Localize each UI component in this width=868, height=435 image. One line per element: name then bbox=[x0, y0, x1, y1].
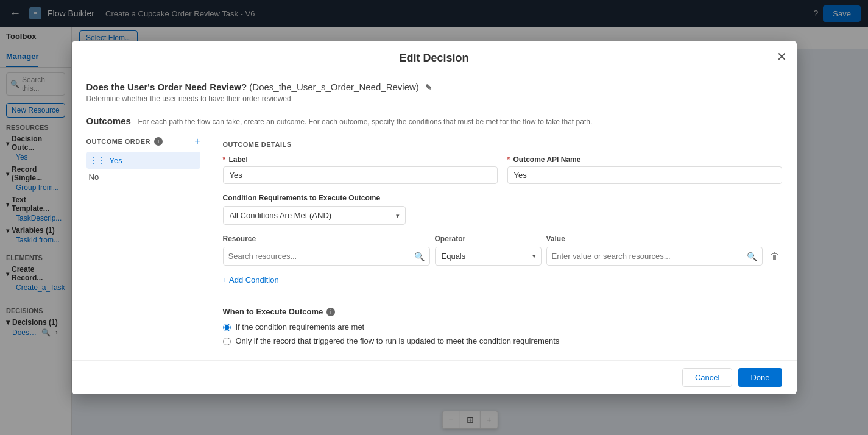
api-name-field-label: * Outcome API Name bbox=[507, 155, 782, 164]
done-button[interactable]: Done bbox=[738, 368, 782, 387]
value-input[interactable] bbox=[547, 247, 742, 265]
outcome-item-no[interactable]: No bbox=[86, 169, 200, 185]
value-search-button[interactable]: 🔍 bbox=[742, 248, 762, 265]
modal-overlay[interactable]: Edit Decision ✕ Does the User's Order Ne… bbox=[0, 0, 868, 435]
radio-updated-to-meet[interactable] bbox=[223, 338, 231, 345]
condition-req-select[interactable]: All Conditions Are Met (AND) Any Conditi… bbox=[223, 206, 406, 225]
condition-req-select-wrapper: All Conditions Are Met (AND) Any Conditi… bbox=[223, 206, 406, 225]
delete-condition-button[interactable]: 🗑 bbox=[767, 249, 782, 264]
label-field: * Label bbox=[223, 155, 498, 184]
radio-condition-met[interactable] bbox=[223, 324, 231, 331]
api-name-input[interactable] bbox=[507, 166, 782, 184]
when-execute-section: When to Execute Outcome i If the conditi… bbox=[223, 307, 782, 345]
outcome-order-label: OUTCOME ORDER bbox=[86, 138, 151, 145]
radio-option-2: Only if the record that triggered the fl… bbox=[223, 336, 782, 345]
modal-footer: Cancel Done bbox=[72, 360, 797, 394]
outcome-details-panel: OUTCOME DETAILS * Label * bbox=[208, 129, 782, 360]
outcome-yes-label: Yes bbox=[110, 156, 122, 165]
outcome-no-label: No bbox=[89, 172, 99, 182]
api-name-field: * Outcome API Name bbox=[507, 155, 782, 184]
condition-req-label: Condition Requirements to Execute Outcom… bbox=[223, 194, 782, 202]
modal-close-button[interactable]: ✕ bbox=[777, 49, 787, 64]
condition-header-row: Resource Operator Value bbox=[223, 235, 782, 243]
edit-name-icon[interactable]: ✎ bbox=[425, 83, 432, 92]
outcome-order-header: OUTCOME ORDER i + bbox=[86, 129, 200, 152]
outcome-item-yes[interactable]: ⋮⋮ Yes bbox=[86, 152, 200, 169]
resource-input[interactable] bbox=[224, 247, 409, 265]
modal-body: Does the User's Order Need Review? (Does… bbox=[72, 72, 797, 360]
decision-name-text: Does the User's Order Need Review? bbox=[86, 82, 247, 92]
operator-col-header: Operator bbox=[435, 235, 542, 243]
add-outcome-button[interactable]: + bbox=[194, 136, 200, 147]
form-row-label-api: * Label * Outcome API Name bbox=[223, 155, 782, 184]
radio-label-updated-to-meet: Only if the record that triggered the fl… bbox=[236, 336, 560, 345]
outcomes-header-row: Outcomes For each path the flow can take… bbox=[72, 108, 797, 129]
api-name-required-star: * bbox=[507, 155, 510, 164]
resource-search-button[interactable]: 🔍 bbox=[409, 248, 429, 265]
label-input[interactable] bbox=[223, 166, 498, 184]
edit-decision-modal: Edit Decision ✕ Does the User's Order Ne… bbox=[72, 41, 797, 394]
drag-handle-yes: ⋮⋮ bbox=[89, 155, 106, 165]
radio-option-1: If the condition requirements are met bbox=[223, 322, 782, 331]
resource-input-wrapper: 🔍 bbox=[223, 247, 430, 266]
outcomes-layout: OUTCOME ORDER i + ⋮⋮ Yes No OUTCOME DETA… bbox=[72, 129, 797, 360]
condition-row-1: 🔍 Equals Not Equal To Greater Than Less … bbox=[223, 247, 782, 266]
decision-name: Does the User's Order Need Review? (Does… bbox=[86, 82, 782, 92]
radio-label-condition-met: If the condition requirements are met bbox=[236, 322, 365, 331]
decision-description: Determine whether the user needs to have… bbox=[86, 94, 782, 103]
operator-select[interactable]: Equals Not Equal To Greater Than Less Th… bbox=[436, 247, 541, 265]
decision-title-area: Does the User's Order Need Review? (Does… bbox=[72, 72, 797, 108]
resource-col-header: Resource bbox=[223, 235, 430, 243]
cancel-button[interactable]: Cancel bbox=[682, 368, 732, 387]
value-col-header: Value bbox=[546, 235, 782, 243]
when-execute-info-icon: i bbox=[326, 308, 335, 316]
add-condition-button[interactable]: + Add Condition bbox=[223, 273, 279, 287]
outcome-details-title: OUTCOME DETAILS bbox=[223, 133, 782, 155]
modal-header: Edit Decision ✕ bbox=[72, 41, 797, 72]
outcome-order-panel: OUTCOME ORDER i + ⋮⋮ Yes No bbox=[86, 129, 208, 360]
outcomes-description: For each path the flow can take, create … bbox=[138, 118, 592, 126]
section-divider bbox=[223, 297, 782, 297]
modal-title: Edit Decision bbox=[399, 52, 468, 64]
label-required-star: * bbox=[223, 155, 226, 164]
label-field-label: * Label bbox=[223, 155, 498, 164]
outcome-order-info-icon: i bbox=[154, 137, 163, 146]
outcomes-title: Outcomes bbox=[86, 116, 131, 126]
value-input-wrapper: 🔍 bbox=[546, 247, 763, 266]
operator-select-wrapper: Equals Not Equal To Greater Than Less Th… bbox=[435, 247, 542, 266]
decision-api-name: (Does_the_User_s_Order_Need_Review) bbox=[249, 82, 418, 92]
when-execute-label: When to Execute Outcome i bbox=[223, 307, 782, 316]
